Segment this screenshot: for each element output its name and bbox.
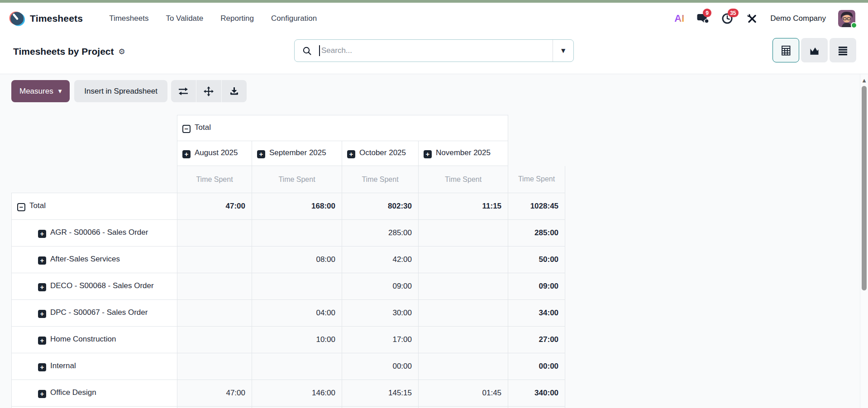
- cell[interactable]: 168:00: [252, 193, 342, 220]
- ai-icon[interactable]: AI: [674, 13, 684, 24]
- cell[interactable]: 285:00: [342, 220, 419, 247]
- measure-header[interactable]: Time Spent: [508, 166, 565, 193]
- top-navbar: Timesheets Timesheets To Validate Report…: [0, 3, 868, 34]
- cell[interactable]: 27:00: [508, 327, 565, 353]
- row-header-internal[interactable]: +Internal: [12, 353, 177, 380]
- company-name[interactable]: Demo Company: [770, 14, 826, 23]
- pivot-view-button[interactable]: [773, 38, 799, 62]
- collapse-icon: −: [17, 203, 25, 211]
- expand-icon: +: [257, 150, 265, 158]
- measures-button[interactable]: Measures ▼: [11, 80, 70, 102]
- column-header-november-2025[interactable]: +November 2025: [419, 141, 508, 166]
- cell[interactable]: 47:00: [177, 380, 252, 407]
- menu-item-reporting[interactable]: Reporting: [220, 14, 254, 23]
- column-header-august-2025[interactable]: +August 2025: [177, 141, 252, 166]
- cell[interactable]: 47:00: [177, 193, 252, 220]
- cell[interactable]: [177, 247, 252, 273]
- expand-icon: +: [38, 390, 46, 398]
- menu-item-to-validate[interactable]: To Validate: [166, 14, 203, 23]
- cell[interactable]: 1028:45: [508, 193, 565, 220]
- pivot-corner-cell: [508, 141, 565, 166]
- list-view-icon: [837, 44, 849, 57]
- search-input[interactable]: Search...: [321, 46, 352, 55]
- cell[interactable]: 00:00: [342, 353, 419, 380]
- row-header-dpc-s00067[interactable]: +DPC - S00067 - Sales Order: [12, 300, 177, 327]
- tools-icon[interactable]: [746, 13, 758, 24]
- cell[interactable]: 11:15: [419, 193, 508, 220]
- flip-axis-button[interactable]: [171, 80, 196, 102]
- cell[interactable]: [252, 353, 342, 380]
- table-row: +Internal 00:00 00:00: [12, 353, 565, 380]
- column-header-september-2025[interactable]: +September 2025: [252, 141, 342, 166]
- page-title: Timesheets by Project: [13, 46, 114, 57]
- cell[interactable]: 09:00: [342, 273, 419, 300]
- cell[interactable]: [419, 327, 508, 353]
- row-header-agr-s00066[interactable]: +AGR - S00066 - Sales Order: [12, 220, 177, 247]
- cell[interactable]: [177, 220, 252, 247]
- expand-icon: +: [38, 363, 46, 371]
- search-dropdown-toggle[interactable]: ▼: [553, 47, 573, 54]
- cell[interactable]: 00:00: [508, 353, 565, 380]
- cell[interactable]: [177, 327, 252, 353]
- cell[interactable]: [252, 220, 342, 247]
- cell[interactable]: 340:00: [508, 380, 565, 407]
- measure-header[interactable]: Time Spent: [342, 166, 419, 193]
- row-header-deco-s00068[interactable]: +DECO - S00068 - Sales Order: [12, 273, 177, 300]
- view-switcher: [773, 38, 856, 62]
- messages-button[interactable]: 9: [696, 12, 709, 25]
- cell[interactable]: [419, 353, 508, 380]
- timesheets-app-icon[interactable]: [9, 10, 25, 27]
- cell[interactable]: 08:00: [252, 247, 342, 273]
- row-header-home-construction[interactable]: +Home Construction: [12, 327, 177, 353]
- expand-all-button[interactable]: [196, 80, 221, 102]
- insert-in-spreadsheet-button[interactable]: Insert in Spreadsheet: [74, 80, 167, 102]
- column-group-header-total[interactable]: −Total: [177, 115, 508, 141]
- menu-item-configuration[interactable]: Configuration: [271, 14, 317, 23]
- measure-header[interactable]: Time Spent: [252, 166, 342, 193]
- cell[interactable]: 50:00: [508, 247, 565, 273]
- graph-view-button[interactable]: [801, 38, 828, 62]
- cell[interactable]: 01:45: [419, 380, 508, 407]
- cell[interactable]: 10:00: [252, 327, 342, 353]
- app-name[interactable]: Timesheets: [30, 13, 83, 24]
- cell[interactable]: [177, 300, 252, 327]
- cell[interactable]: 42:00: [342, 247, 419, 273]
- expand-icon: +: [38, 256, 46, 265]
- vertical-scrollbar[interactable]: ▲: [860, 74, 868, 408]
- menu-item-timesheets[interactable]: Timesheets: [109, 14, 148, 23]
- activities-button[interactable]: 35: [721, 12, 734, 25]
- table-row: +Office Design 47:00 146:00 145:15 01:45…: [12, 380, 565, 407]
- cell[interactable]: [177, 273, 252, 300]
- measure-header[interactable]: Time Spent: [419, 166, 508, 193]
- cell[interactable]: 34:00: [508, 300, 565, 327]
- flip-axis-icon: [178, 87, 189, 96]
- cell[interactable]: 04:00: [252, 300, 342, 327]
- row-header-total[interactable]: −Total: [12, 193, 177, 220]
- cell[interactable]: [419, 273, 508, 300]
- cell[interactable]: 145:15: [342, 380, 419, 407]
- gear-icon[interactable]: ⚙: [119, 47, 125, 56]
- cell[interactable]: 285:00: [508, 220, 565, 247]
- cell[interactable]: 17:00: [342, 327, 419, 353]
- activities-badge: 35: [728, 9, 738, 17]
- row-header-after-sales-services[interactable]: +After-Sales Services: [12, 247, 177, 273]
- measure-header[interactable]: Time Spent: [177, 166, 252, 193]
- cell[interactable]: [419, 300, 508, 327]
- cell[interactable]: 802:30: [342, 193, 419, 220]
- cell[interactable]: [419, 247, 508, 273]
- column-header-october-2025[interactable]: +October 2025: [342, 141, 419, 166]
- cell[interactable]: 09:00: [508, 273, 565, 300]
- scroll-up-arrow-icon[interactable]: ▲: [860, 74, 868, 83]
- search-bar[interactable]: Search... ▼: [294, 39, 574, 62]
- cell[interactable]: 146:00: [252, 380, 342, 407]
- row-header-office-design[interactable]: +Office Design: [12, 380, 177, 407]
- cell[interactable]: 30:00: [342, 300, 419, 327]
- list-view-button[interactable]: [830, 38, 856, 62]
- cell[interactable]: [252, 273, 342, 300]
- user-avatar[interactable]: [838, 10, 855, 27]
- cell[interactable]: [419, 220, 508, 247]
- download-xlsx-button[interactable]: [222, 80, 247, 102]
- cell[interactable]: [177, 353, 252, 380]
- search-icon: [302, 46, 312, 56]
- scrollbar-thumb[interactable]: [862, 86, 867, 290]
